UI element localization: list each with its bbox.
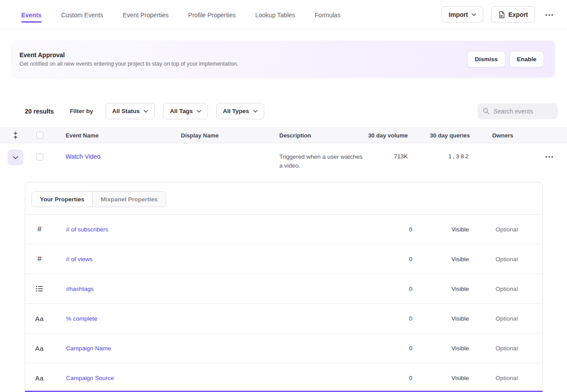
types-filter-label: All Types xyxy=(223,108,249,114)
select-all-checkbox[interactable] xyxy=(36,132,43,139)
tab-formulas[interactable]: Formulas xyxy=(315,1,340,28)
row-more-options-button[interactable]: ⋯ xyxy=(543,150,555,163)
tags-filter-label: All Tags xyxy=(170,108,193,114)
row-expander-button[interactable] xyxy=(8,149,23,165)
property-name-link[interactable]: Campaign Name xyxy=(66,345,111,352)
types-filter-dropdown[interactable]: All Types xyxy=(216,103,264,119)
property-row: Aa Campaign Name 0 Visible Optional xyxy=(25,333,542,363)
column-30-day-volume: 30 day volume xyxy=(364,132,408,139)
tab-events[interactable]: Events xyxy=(21,1,42,28)
property-requirement[interactable]: Optional xyxy=(482,256,531,263)
property-row: # # of views 0 Visible Optional xyxy=(25,244,542,274)
event-volume: 713K xyxy=(394,153,408,160)
property-visibility[interactable]: Visible xyxy=(438,286,482,292)
property-requirement[interactable]: Optional xyxy=(482,345,531,352)
import-button[interactable]: Import xyxy=(442,6,483,23)
filter-by-label: Filter by xyxy=(70,108,93,114)
tab-custom-events[interactable]: Custom Events xyxy=(61,1,103,28)
banner-title: Event Approval xyxy=(20,51,238,59)
text-glyph: Aa xyxy=(35,374,43,382)
property-requirement[interactable]: Optional xyxy=(482,375,531,381)
banner-actions: Dismiss Enable xyxy=(467,51,544,67)
event-description: Triggered when a user watches a video. xyxy=(279,153,364,170)
property-visibility[interactable]: Visible xyxy=(438,345,482,352)
number-glyph: # xyxy=(37,255,41,263)
property-count: 0 xyxy=(387,286,412,292)
export-button[interactable]: Export xyxy=(491,6,535,23)
tab-lookup-tables[interactable]: Lookup Tables xyxy=(255,1,295,28)
column-30-day-queries: 30 day queries xyxy=(408,132,470,139)
table-header: Event Name Display Name Description 30 d… xyxy=(0,127,567,143)
filter-bar: 20 results Filter by All Status All Tags… xyxy=(0,103,567,119)
property-name-link[interactable]: #hashtags xyxy=(66,286,94,292)
property-visibility[interactable]: Visible xyxy=(438,375,482,381)
properties-tab-group: Your Properties Mixpanel Properties xyxy=(31,191,166,207)
tab-event-properties[interactable]: Event Properties xyxy=(123,1,169,28)
enable-button[interactable]: Enable xyxy=(509,51,544,67)
import-button-label: Import xyxy=(449,11,468,18)
property-visibility[interactable]: Visible xyxy=(438,226,482,233)
chevron-down-icon xyxy=(144,110,148,113)
status-filter-label: All Status xyxy=(112,108,140,114)
text-icon: Aa xyxy=(25,315,54,322)
property-count: 0 xyxy=(387,345,412,352)
property-name-link[interactable]: Campaign Source xyxy=(66,375,114,381)
export-button-label: Export xyxy=(508,11,528,18)
tab-profile-properties[interactable]: Profile Properties xyxy=(188,1,235,28)
row-checkbox[interactable] xyxy=(36,153,43,161)
property-count: 0 xyxy=(387,226,412,233)
search-input[interactable] xyxy=(493,108,552,115)
search-box xyxy=(477,103,558,119)
property-visibility[interactable]: Visible xyxy=(438,256,482,263)
tab-your-properties[interactable]: Your Properties xyxy=(32,192,93,207)
event-name-link[interactable]: Watch Video xyxy=(66,153,101,160)
property-name-link[interactable]: # of subscribers xyxy=(66,226,108,233)
column-event-name: Event Name xyxy=(66,132,181,139)
property-requirement[interactable]: Optional xyxy=(482,226,531,233)
chevron-down-icon xyxy=(472,13,476,16)
table-row: Watch Video Triggered when a user watche… xyxy=(0,143,567,181)
list-icon xyxy=(25,286,54,292)
more-icon: ⋯ xyxy=(545,10,554,20)
search-icon xyxy=(483,108,489,114)
tab-mixpanel-properties[interactable]: Mixpanel Properties xyxy=(93,192,165,207)
property-name-link[interactable]: % complete xyxy=(66,315,98,322)
number-icon: # xyxy=(25,225,54,234)
dismiss-button[interactable]: Dismiss xyxy=(467,51,505,67)
nav-tabs: Events Custom Events Event Properties Pr… xyxy=(21,1,340,28)
column-owners: Owners xyxy=(470,132,532,139)
property-row: # # of subscribers 0 Visible Optional xyxy=(25,215,542,244)
export-csv-icon xyxy=(498,11,505,18)
property-visibility[interactable]: Visible xyxy=(438,315,482,322)
property-row: #hashtags 0 Visible Optional xyxy=(25,274,542,304)
text-glyph: Aa xyxy=(35,315,43,322)
status-filter-dropdown[interactable]: All Status xyxy=(106,103,155,119)
property-requirement[interactable]: Optional xyxy=(482,286,531,292)
chevron-down-icon xyxy=(13,156,18,159)
text-icon: Aa xyxy=(25,345,54,352)
results-count: 20 results xyxy=(25,108,54,115)
text-glyph: Aa xyxy=(35,345,43,352)
column-description: Description xyxy=(279,132,364,139)
more-options-button[interactable]: ⋯ xyxy=(543,8,555,21)
nav-actions: Import Export ⋯ xyxy=(442,6,555,23)
property-count: 0 xyxy=(387,375,412,381)
number-icon: # xyxy=(25,255,54,263)
tags-filter-dropdown[interactable]: All Tags xyxy=(163,103,208,119)
top-navigation: Events Custom Events Event Properties Pr… xyxy=(0,0,567,29)
number-glyph: # xyxy=(37,225,41,234)
text-icon: Aa xyxy=(25,374,54,382)
property-count: 0 xyxy=(387,256,412,263)
properties-tabs: Your Properties Mixpanel Properties xyxy=(25,182,542,215)
banner-text: Event Approval Get notified on all new e… xyxy=(20,51,238,67)
event-approval-banner: Event Approval Get notified on all new e… xyxy=(12,41,555,77)
property-name-link[interactable]: # of views xyxy=(66,256,93,263)
property-row: Aa Campaign Source 0 Visible Optional xyxy=(25,363,542,392)
collapse-all-icon[interactable] xyxy=(13,131,18,139)
chevron-down-icon xyxy=(253,110,258,113)
property-requirement[interactable]: Optional xyxy=(482,315,531,322)
event-queries: 1,382 xyxy=(448,153,470,160)
banner-description: Get notified on all new events entering … xyxy=(20,61,238,67)
column-display-name: Display Name xyxy=(181,132,279,139)
more-icon: ⋯ xyxy=(545,152,554,161)
